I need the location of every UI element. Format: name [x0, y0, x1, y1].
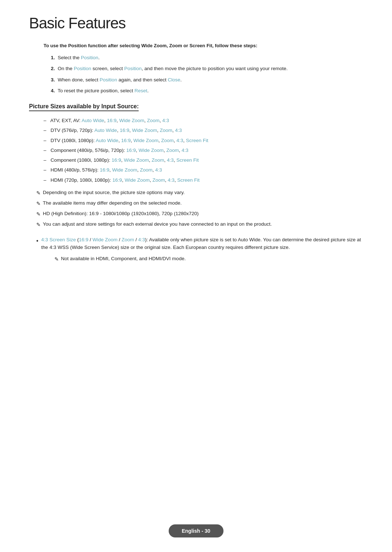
link-zoom-3[interactable]: Zoom	[161, 138, 174, 143]
step-3: 3. When done, select Position again, and…	[51, 76, 363, 84]
note-icon-2: ✎	[36, 200, 41, 207]
step-1: 1. Select the Position.	[51, 54, 363, 61]
link-wide-zoom-3[interactable]: Wide Zoom	[133, 138, 158, 143]
note-4: ✎ You can adjust and store settings for …	[36, 221, 363, 229]
bullet-section: • 4:3 Screen Size (16:9 / Wide Zoom / Zo…	[36, 236, 363, 263]
list-item-dtv2: DTV (1080i, 1080p): Auto Wide, 16:9, Wid…	[44, 137, 363, 144]
link-wide-zoom-6[interactable]: Wide Zoom	[112, 167, 137, 173]
link-auto-wide-3[interactable]: Auto Wide	[96, 138, 118, 143]
sub-note: ✎ Not available in HDMI, Component, and …	[54, 255, 363, 263]
link-zoom-6[interactable]: Zoom	[140, 167, 152, 173]
bullet-link-wide-zoom[interactable]: Wide Zoom	[93, 237, 118, 242]
link-auto-wide-1[interactable]: Auto Wide	[82, 118, 104, 123]
link-zoom-5[interactable]: Zoom	[152, 157, 164, 163]
list-item-hdmi1: HDMI (480i/p, 576i/p): 16:9, Wide Zoom, …	[44, 166, 363, 174]
footer-label: English - 30	[182, 528, 211, 534]
step-2-num: 2.	[51, 66, 55, 71]
step-1-text: Select the Position.	[58, 55, 100, 60]
step-3-link1[interactable]: Position	[100, 77, 117, 82]
picture-sizes-heading: Picture Sizes available by Input Source:	[29, 103, 139, 111]
link-16-9-7[interactable]: 16:9	[113, 177, 122, 183]
step-3-num: 3.	[51, 77, 55, 82]
bullet-link-16-9[interactable]: 16:9	[79, 237, 88, 242]
step-4-text: To reset the picture position, select Re…	[58, 88, 149, 93]
link-wide-zoom-7[interactable]: Wide Zoom	[124, 177, 150, 183]
step-2-link1[interactable]: Position	[74, 66, 91, 71]
list-item-comp1: Component (480i/p, 576i/p, 720p): 16:9, …	[44, 147, 363, 154]
page-footer: English - 30	[169, 524, 224, 537]
link-16-9-3[interactable]: 16:9	[121, 138, 131, 143]
sub-note-text: Not available in HDMI, Component, and HD…	[61, 255, 186, 262]
link-wide-zoom-5[interactable]: Wide Zoom	[124, 157, 149, 163]
link-zoom-4[interactable]: Zoom	[166, 148, 179, 153]
link-wide-zoom-4[interactable]: Wide Zoom	[139, 148, 164, 153]
steps-list: 1. Select the Position. 2. On the Positi…	[51, 54, 363, 94]
link-16-9-1[interactable]: 16:9	[107, 118, 117, 123]
link-screen-fit-2[interactable]: Screen Fit	[176, 157, 199, 163]
step-3-link2[interactable]: Close	[168, 77, 180, 82]
note-4-text: You can adjust and store settings for ea…	[43, 221, 272, 228]
link-screen-fit-1[interactable]: Screen Fit	[186, 138, 208, 143]
note-icon-4: ✎	[36, 221, 41, 229]
step-2: 2. On the Position screen, select Positi…	[51, 65, 363, 72]
note-3: ✎ HD (High Definition): 16:9 - 1080i/108…	[36, 210, 363, 218]
bullet-link-zoom[interactable]: Zoom	[122, 237, 134, 242]
picture-sizes-section: Picture Sizes available by Input Source:…	[29, 103, 363, 263]
note-2: ✎ The available items may differ dependi…	[36, 200, 363, 207]
link-16-9-2[interactable]: 16:9	[120, 128, 129, 133]
link-4-3-3[interactable]: 4:3	[176, 138, 183, 143]
list-item-comp2: Component (1080i, 1080p): 16:9, Wide Zoo…	[44, 157, 363, 164]
link-zoom-2[interactable]: Zoom	[160, 128, 172, 133]
picture-sizes-list: ATV, EXT, AV: Auto Wide, 16:9, Wide Zoom…	[44, 117, 363, 184]
link-16-9-6[interactable]: 16:9	[100, 167, 109, 173]
step-1-num: 1.	[51, 55, 55, 60]
link-4-3-5[interactable]: 4:3	[167, 157, 174, 163]
list-item-hdmi2: HDMI (720p, 1080i, 1080p): 16:9, Wide Zo…	[44, 177, 363, 184]
notes-list: ✎ Depending on the input source, the pic…	[36, 189, 363, 229]
link-4-3-1[interactable]: 4:3	[162, 118, 169, 123]
bullet-link-4-3[interactable]: 4:3	[138, 237, 145, 242]
link-4-3-2[interactable]: 4:3	[175, 128, 182, 133]
note-2-text: The available items may differ depending…	[43, 200, 181, 207]
bullet-dot: •	[36, 236, 38, 246]
link-4-3-4[interactable]: 4:3	[181, 148, 188, 153]
link-wide-zoom-1[interactable]: Wide Zoom	[119, 118, 144, 123]
bullet-link-4-3-screen[interactable]: 4:3 Screen Size	[41, 237, 76, 242]
link-zoom-7[interactable]: Zoom	[152, 177, 165, 183]
note-1-text: Depending on the input source, the pictu…	[43, 189, 185, 196]
link-wide-zoom-2[interactable]: Wide Zoom	[132, 128, 157, 133]
step-4-num: 4.	[51, 88, 55, 93]
note-3-text: HD (High Definition): 16:9 - 1080i/1080p…	[43, 210, 199, 217]
bullet-item-1: • 4:3 Screen Size (16:9 / Wide Zoom / Zo…	[36, 236, 363, 251]
bullet-text: 4:3 Screen Size (16:9 / Wide Zoom / Zoom…	[41, 236, 363, 251]
list-item-dtv1: DTV (576i/p, 720p): Auto Wide, 16:9, Wid…	[44, 127, 363, 134]
link-zoom-1[interactable]: Zoom	[147, 118, 160, 123]
link-4-3-6[interactable]: 4:3	[155, 167, 162, 173]
step-4: 4. To reset the picture position, select…	[51, 87, 363, 94]
step-1-link[interactable]: Position	[81, 55, 98, 60]
step-2-link2[interactable]: Position	[124, 66, 142, 71]
note-icon-1: ✎	[36, 189, 41, 197]
link-screen-fit-3[interactable]: Screen Fit	[177, 177, 200, 183]
intro-heading: To use the Position function after selec…	[44, 43, 363, 48]
step-4-link[interactable]: Reset	[134, 88, 147, 93]
link-16-9-4[interactable]: 16:9	[126, 148, 136, 153]
link-4-3-7[interactable]: 4:3	[168, 177, 175, 183]
step-2-text: On the Position screen, select Position,…	[58, 66, 287, 71]
note-icon-3: ✎	[36, 210, 41, 218]
link-auto-wide-2[interactable]: Auto Wide	[94, 128, 117, 133]
note-1: ✎ Depending on the input source, the pic…	[36, 189, 363, 197]
link-16-9-5[interactable]: 16:9	[111, 157, 121, 163]
page-title: Basic Features	[29, 15, 363, 32]
page-content: Basic Features To use the Position funct…	[0, 0, 392, 314]
list-item-atv: ATV, EXT, AV: Auto Wide, 16:9, Wide Zoom…	[44, 117, 363, 124]
step-3-text: When done, select Position again, and th…	[58, 77, 182, 82]
sub-note-icon: ✎	[54, 255, 59, 263]
